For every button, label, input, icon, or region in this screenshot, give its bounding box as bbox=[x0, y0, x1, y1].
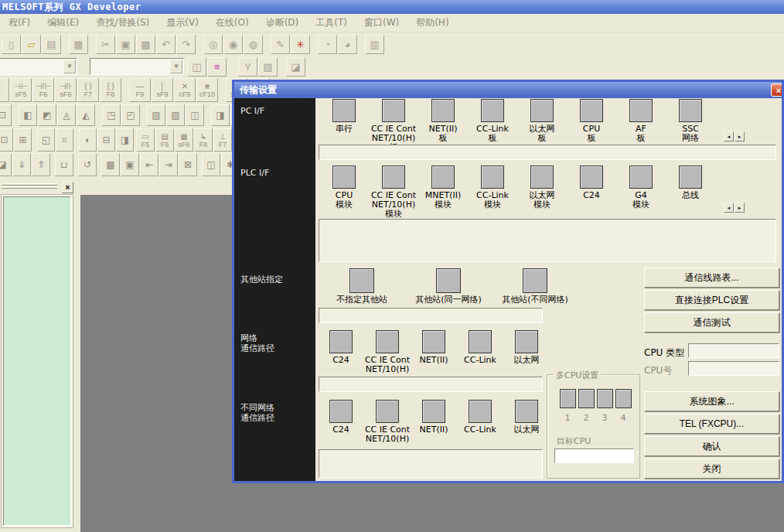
device-button[interactable]: 以太网 模块 bbox=[517, 165, 567, 219]
toolbar-button[interactable]: ▦ bbox=[69, 35, 88, 54]
toolbar-button[interactable]: ◬ bbox=[57, 104, 76, 126]
ladder-symbol-button[interactable]: ⊣⊢ sF5 bbox=[10, 78, 32, 102]
close-icon[interactable]: × bbox=[771, 84, 782, 97]
device-button[interactable]: NET(II) bbox=[411, 330, 457, 374]
chevron-down-icon[interactable]: ▼ bbox=[170, 60, 182, 73]
scroll-left-icon[interactable]: ◄ bbox=[724, 131, 734, 142]
toolbar-button[interactable]: ⇑ bbox=[32, 153, 50, 176]
toolbar-button[interactable]: ◫ bbox=[202, 153, 220, 176]
toolbar-button[interactable]: ◫ bbox=[187, 57, 206, 77]
toolbar-button[interactable]: ▯ bbox=[2, 35, 21, 54]
toolbar-button[interactable]: ⊞ bbox=[14, 128, 32, 152]
device-button[interactable]: CC-Link bbox=[457, 330, 503, 374]
toolbar-button[interactable]: ▨ bbox=[258, 57, 278, 77]
ladder-symbol-button[interactable]: ✕ cF9 bbox=[174, 78, 196, 102]
comm-line-list-button[interactable]: 通信线路表... bbox=[644, 268, 779, 288]
ladder-symbol-button[interactable]: ⊣/⊢ F6 bbox=[32, 78, 54, 102]
toolbar-button[interactable]: ▣ bbox=[116, 35, 135, 54]
toolbar-button[interactable]: ▥ bbox=[365, 35, 384, 54]
sfc-symbol-button[interactable]: ▤ F6 bbox=[155, 128, 174, 152]
toolbar-button[interactable]: ◉ bbox=[223, 35, 243, 54]
device-button[interactable]: 以太网 bbox=[503, 330, 550, 374]
device-button[interactable]: C24 bbox=[567, 165, 616, 219]
device-button[interactable]: C24 bbox=[318, 330, 364, 374]
menu-item[interactable]: 显示(V) bbox=[158, 16, 207, 29]
device-button[interactable]: CC-Link 模块 bbox=[468, 165, 517, 219]
toolbar-button[interactable]: ▧ bbox=[147, 104, 165, 126]
toolbar-button[interactable]: ⊠ bbox=[179, 153, 197, 176]
ladder-symbol-button[interactable]: ⊦ 5 bbox=[0, 78, 9, 102]
toolbar-button[interactable]: ⊡ bbox=[0, 128, 13, 152]
dock-grip[interactable] bbox=[2, 186, 57, 189]
toolbar-button[interactable]: ⇓ bbox=[12, 153, 31, 176]
toolbar-button[interactable]: ≡ bbox=[207, 57, 227, 77]
toolbar-button[interactable]: ▤ bbox=[42, 35, 61, 54]
project-list-panel[interactable] bbox=[3, 196, 71, 526]
ladder-symbol-button[interactable]: ( ) F7 bbox=[77, 78, 99, 102]
toolbar-button[interactable]: ⌗ bbox=[56, 128, 73, 152]
toolbar-button[interactable]: ◫ bbox=[186, 104, 204, 126]
sfc-symbol-button[interactable]: ⊥ F7 bbox=[213, 128, 232, 152]
toolbar-button[interactable]: ⇤ bbox=[140, 153, 159, 176]
close-button[interactable]: 关闭 bbox=[644, 459, 779, 479]
menu-item[interactable]: 窗口(W) bbox=[356, 16, 407, 29]
toolbar-button[interactable]: Y bbox=[238, 57, 257, 77]
toolbar-button[interactable]: ▩ bbox=[101, 153, 120, 176]
toolbar-button[interactable]: ◧ bbox=[19, 104, 37, 126]
ladder-symbol-button[interactable]: — F9 bbox=[129, 78, 151, 102]
toolbar-button[interactable]: ◳ bbox=[102, 104, 121, 126]
toolbar-button[interactable]: ◨ bbox=[211, 104, 230, 126]
device-button[interactable]: CC IE Cont NET/10(H) bbox=[364, 330, 411, 374]
toolbar-button[interactable]: ◪ bbox=[0, 153, 12, 176]
cpu-slot-button[interactable] bbox=[597, 389, 613, 408]
cpu-slot-button[interactable] bbox=[615, 389, 632, 408]
device-button[interactable]: CPU 模块 bbox=[319, 165, 369, 219]
toolbar-button[interactable]: ▨ bbox=[166, 104, 185, 126]
toolbar-button[interactable]: ◭ bbox=[77, 104, 95, 126]
device-button[interactable]: NET(II) bbox=[411, 400, 457, 444]
sfc-symbol-button[interactable]: ▦ sF6 bbox=[175, 128, 193, 152]
ladder-symbol-button[interactable]: │ sF9 bbox=[152, 78, 173, 102]
system-image-button[interactable]: 系统图象... bbox=[644, 391, 779, 411]
toolbar-button[interactable]: ↶ bbox=[156, 35, 176, 54]
direct-plc-setting-button[interactable]: 直接连接PLC设置 bbox=[644, 290, 779, 310]
toolbar-button[interactable]: ◪ bbox=[286, 57, 305, 77]
device-button[interactable]: 其他站(不同网络) bbox=[492, 268, 578, 305]
device-button[interactable]: CC-Link bbox=[457, 400, 503, 444]
menu-item[interactable]: 编辑(E) bbox=[39, 16, 87, 29]
scroll-right-icon[interactable]: ► bbox=[735, 131, 745, 142]
toolbar-button[interactable]: ◰ bbox=[121, 104, 140, 126]
toolbar-button[interactable]: ◍ bbox=[244, 35, 263, 54]
sfc-symbol-button[interactable]: ↳ F8 bbox=[194, 128, 213, 152]
toolbar-button[interactable]: ⊟ bbox=[97, 128, 115, 152]
menu-item[interactable]: 诊断(D) bbox=[257, 16, 308, 29]
device-button[interactable]: MNET(II) 模块 bbox=[418, 165, 468, 219]
confirm-button[interactable]: 确认 bbox=[644, 436, 779, 456]
comm-test-button[interactable]: 通信测试 bbox=[644, 312, 779, 332]
scroll-right-icon[interactable]: ► bbox=[735, 203, 745, 213]
toolbar-button[interactable]: ◎ bbox=[203, 35, 223, 54]
toolbar-button[interactable]: ◔ bbox=[318, 35, 337, 54]
menu-item[interactable]: 查找/替换(S) bbox=[87, 16, 158, 29]
tel-fxcpu-button[interactable]: TEL (FXCPU)... bbox=[644, 414, 779, 434]
device-button[interactable]: CC IE Cont NET/10(H) bbox=[364, 400, 411, 444]
toolbar-button[interactable]: ◱ bbox=[37, 128, 55, 152]
toolbar-button[interactable]: ↷ bbox=[176, 35, 196, 54]
device-button[interactable]: G4 模块 bbox=[616, 165, 666, 219]
toolbar-button[interactable]: ✳ bbox=[291, 35, 310, 54]
ladder-symbol-button[interactable]: ⊣/⊦ sF6 bbox=[55, 78, 77, 102]
toolbar-button[interactable]: ▱ bbox=[22, 35, 41, 54]
toolbar-button[interactable]: ⇥ bbox=[159, 153, 178, 176]
toolbar-button[interactable]: ⊔ bbox=[55, 153, 73, 176]
cpu-slot-button[interactable] bbox=[578, 389, 595, 408]
toolbar-button[interactable]: ◩ bbox=[38, 104, 56, 126]
menu-item[interactable]: 在线(O) bbox=[207, 16, 257, 29]
toolbar-button[interactable]: ▩ bbox=[136, 35, 155, 54]
step-select-combo[interactable]: ▼ bbox=[90, 58, 184, 75]
device-button[interactable]: 以太网 bbox=[503, 400, 550, 444]
dock-grip[interactable] bbox=[2, 183, 57, 186]
device-button[interactable]: 总线 bbox=[666, 165, 715, 219]
menu-item[interactable]: 程(F) bbox=[0, 16, 39, 29]
program-select-combo[interactable]: ▼ bbox=[0, 58, 77, 75]
device-button[interactable]: 其他站(同一网络) bbox=[405, 268, 492, 305]
